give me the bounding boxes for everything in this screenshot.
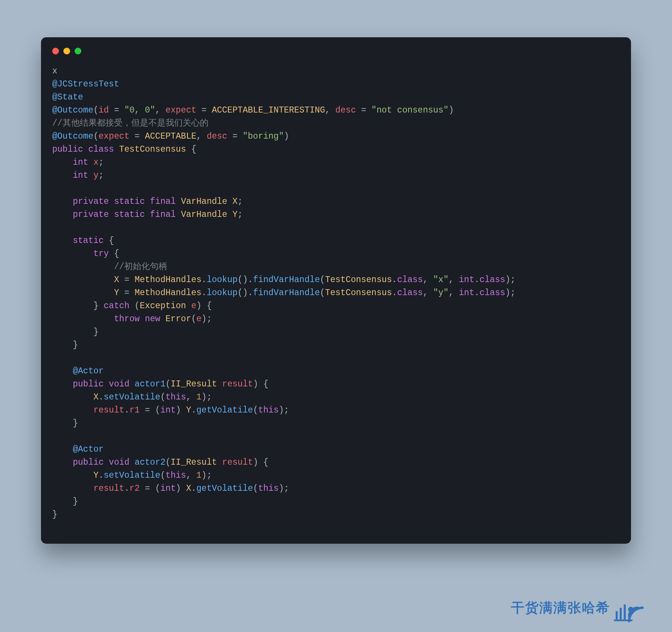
number: 1 xyxy=(197,471,202,480)
annotation-actor: @Actor xyxy=(73,445,104,454)
method: setVolatile xyxy=(104,392,160,402)
class-ref: MethodHandles xyxy=(135,275,201,285)
keyword: class xyxy=(88,145,114,154)
constant: Y xyxy=(93,471,98,480)
keyword: catch xyxy=(104,301,129,311)
keyword: class xyxy=(480,275,505,285)
type: Error xyxy=(166,314,191,324)
method: actor2 xyxy=(135,458,166,467)
method: actor1 xyxy=(135,379,166,389)
string-literal: "boring" xyxy=(243,132,284,141)
param: result xyxy=(222,379,253,389)
type: VarHandle xyxy=(181,210,227,219)
keyword: static xyxy=(73,236,104,246)
constant: ACCEPTABLE xyxy=(145,132,196,141)
type: VarHandle xyxy=(181,197,227,206)
svg-rect-2 xyxy=(620,608,622,620)
method: findVarHandle xyxy=(253,275,320,285)
keyword: int xyxy=(73,171,88,180)
method: findVarHandle xyxy=(253,288,320,298)
constant: Y xyxy=(114,288,119,298)
constant: Y xyxy=(232,210,238,219)
keyword: int xyxy=(73,158,88,167)
keyword: class xyxy=(397,288,423,298)
annotation-jcstresstest: @JCStressTest xyxy=(52,79,119,89)
keyword: this xyxy=(258,405,279,415)
param-key: id xyxy=(98,105,109,115)
keyword: int xyxy=(459,275,474,285)
keyword: int xyxy=(160,405,176,415)
keyword: throw xyxy=(114,314,140,324)
annotation-outcome: @Outcome xyxy=(52,132,93,141)
class-ref: MethodHandles xyxy=(135,288,201,298)
field: y xyxy=(93,171,98,180)
type: II_Result xyxy=(171,458,217,467)
constant: X xyxy=(114,275,119,285)
class-ref: TestConsensus xyxy=(325,275,392,285)
variable: e xyxy=(197,314,202,324)
keyword: static xyxy=(114,197,145,206)
string-literal: "x" xyxy=(433,275,449,285)
keyword: new xyxy=(145,314,160,324)
code-text: x xyxy=(52,66,57,76)
class-name: TestConsensus xyxy=(119,145,186,154)
keyword: void xyxy=(109,379,129,389)
code-window: x @JCStressTest @State @Outcome(id = "0,… xyxy=(41,37,631,544)
keyword: try xyxy=(93,249,109,259)
keyword: class xyxy=(480,288,505,298)
param-key: expect xyxy=(98,132,129,141)
svg-point-0 xyxy=(628,607,633,612)
constant: Y xyxy=(186,405,191,415)
number: 1 xyxy=(197,392,202,402)
signal-icon xyxy=(612,591,646,625)
keyword: private xyxy=(73,210,109,219)
method: lookup xyxy=(207,288,238,298)
keyword: public xyxy=(73,458,104,467)
keyword: class xyxy=(397,275,423,285)
param-key: desc xyxy=(207,132,227,141)
keyword: public xyxy=(52,145,83,154)
method: getVolatile xyxy=(197,405,253,415)
keyword: void xyxy=(109,458,129,467)
annotation-state: @State xyxy=(52,92,83,102)
keyword: final xyxy=(150,210,176,219)
param: result xyxy=(222,458,253,467)
watermark: 干货满满张哈希 xyxy=(511,591,646,625)
variable: e xyxy=(191,301,197,311)
param-key: expect xyxy=(166,105,197,115)
annotation-outcome: @Outcome xyxy=(52,105,93,115)
variable: result xyxy=(93,405,124,415)
svg-rect-3 xyxy=(624,604,626,620)
svg-rect-4 xyxy=(614,620,633,622)
constant: X xyxy=(232,197,238,206)
type: Exception xyxy=(140,301,186,311)
field: x xyxy=(93,158,98,167)
keyword: int xyxy=(160,484,176,493)
method: setVolatile xyxy=(104,471,160,480)
variable: result xyxy=(93,484,124,493)
maximize-icon[interactable] xyxy=(75,48,81,54)
method: getVolatile xyxy=(197,484,253,493)
constant: ACCEPTABLE_INTERESTING xyxy=(212,105,325,115)
param-key: desc xyxy=(335,105,356,115)
annotation-actor: @Actor xyxy=(73,366,104,376)
keyword: final xyxy=(150,197,176,206)
keyword: this xyxy=(166,471,186,480)
keyword: static xyxy=(114,210,145,219)
type: II_Result xyxy=(171,379,217,389)
class-ref: TestConsensus xyxy=(325,288,392,298)
window-controls xyxy=(52,48,620,54)
constant: X xyxy=(93,392,98,402)
close-icon[interactable] xyxy=(52,48,59,54)
keyword: private xyxy=(73,197,109,206)
string-literal: "y" xyxy=(433,288,449,298)
keyword: this xyxy=(166,392,186,402)
string-literal: "not consensus" xyxy=(371,105,449,115)
field: r1 xyxy=(129,405,140,415)
minimize-icon[interactable] xyxy=(63,48,70,54)
keyword: int xyxy=(459,288,474,298)
constant: X xyxy=(186,484,191,493)
comment: //初始化句柄 xyxy=(114,262,167,272)
comment: //其他结果都接受，但是不是我们关心的 xyxy=(52,118,208,128)
string-literal: "0, 0" xyxy=(124,105,155,115)
